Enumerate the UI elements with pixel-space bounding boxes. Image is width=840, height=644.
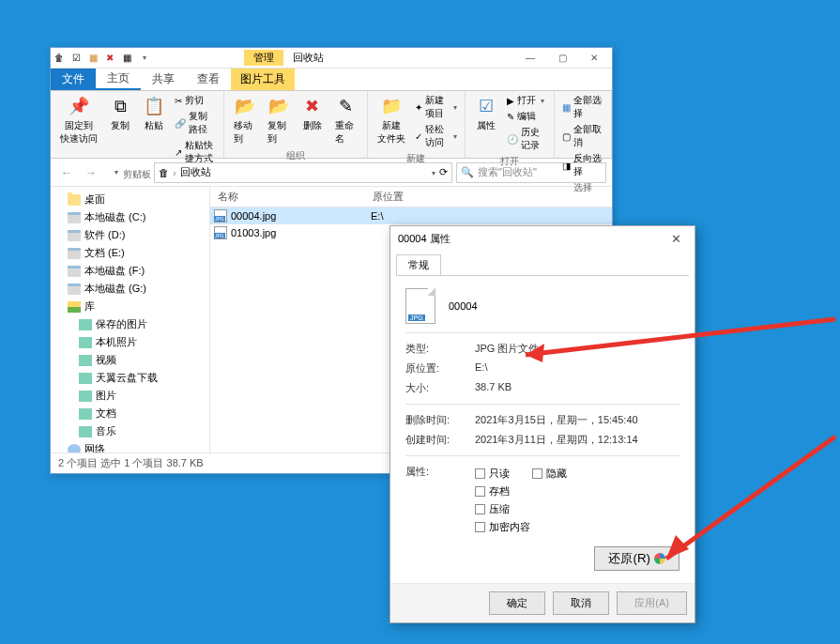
copy-to-button[interactable]: 📂复制到 — [264, 93, 294, 147]
uac-shield-icon — [654, 553, 665, 564]
refresh-button[interactable]: ⟳ — [439, 166, 448, 178]
edit-icon: ✎ — [507, 112, 514, 122]
file-row[interactable]: 00004.jpg E:\ — [210, 207, 612, 224]
nav-desktop[interactable]: 桌面 — [51, 191, 209, 208]
breadcrumb-item[interactable]: 回收站 — [180, 165, 211, 179]
drive-icon — [68, 248, 81, 259]
address-dropdown[interactable] — [430, 166, 435, 178]
new-folder-button[interactable]: 📁新建 文件夹 — [374, 93, 409, 150]
up-button[interactable]: ↑ — [130, 162, 150, 183]
qat-undo-icon[interactable]: ✖ — [103, 52, 116, 65]
nav-libraries[interactable]: 库 — [51, 298, 209, 315]
history-button[interactable]: 🕘历史记录 — [505, 125, 548, 153]
open-button[interactable]: ▶打开 — [505, 93, 548, 108]
properties-button[interactable]: ☑属性 — [471, 93, 501, 153]
readonly-checkbox[interactable]: 只读 — [475, 467, 510, 481]
nav-tianyi[interactable]: 天翼云盘下载 — [51, 369, 209, 387]
easy-access-button[interactable]: ✓轻松访问 — [413, 122, 459, 150]
file-original-location: E:\ — [371, 210, 383, 222]
dialog-title: 00004 属性 — [398, 232, 451, 246]
tab-home[interactable]: 主页 — [96, 69, 141, 90]
nav-edrive[interactable]: 文档 (E:) — [51, 244, 209, 262]
new-item-button[interactable]: ✦新建项目 — [413, 93, 459, 121]
copyto-icon: 📂 — [267, 95, 290, 117]
address-bar[interactable]: 🗑 › 回收站 ⟳ — [154, 162, 452, 183]
nav-saved-pictures[interactable]: 保存的图片 — [51, 315, 209, 333]
rename-button[interactable]: ✎重命名 — [331, 93, 361, 147]
filename-text: 00004 — [449, 300, 478, 312]
pin-quickaccess-button[interactable]: 📌 固定到 快速访问 — [56, 93, 101, 166]
copy-icon: ⧉ — [109, 95, 131, 117]
maximize-button[interactable]: ▢ — [546, 49, 578, 68]
copy-path-button[interactable]: 🔗复制路径 — [173, 109, 218, 137]
drive-icon — [68, 212, 81, 223]
select-none-button[interactable]: ▢全部取消 — [560, 122, 605, 150]
tab-view[interactable]: 查看 — [186, 69, 231, 90]
ribbon-context-tab: 管理 — [244, 50, 283, 66]
nav-gdrive[interactable]: 本地磁盘 (G:) — [51, 280, 209, 298]
archive-checkbox[interactable]: 存档 — [475, 484, 510, 498]
file-name: 00004.jpg — [231, 210, 367, 222]
tab-share[interactable]: 共享 — [141, 69, 186, 90]
edit-button[interactable]: ✎编辑 — [505, 109, 548, 124]
cut-button[interactable]: ✂剪切 — [173, 93, 218, 108]
open-icon: ▶ — [507, 96, 514, 106]
selectnone-icon: ▢ — [562, 131, 571, 142]
back-button[interactable]: ← — [56, 162, 77, 183]
cancel-button[interactable]: 取消 — [553, 591, 609, 615]
window-title: 回收站 — [293, 51, 324, 65]
shortcut-icon: ↗ — [175, 147, 182, 158]
tab-file[interactable]: 文件 — [51, 69, 96, 90]
qat-properties-icon[interactable]: ☑ — [69, 52, 83, 65]
hidden-checkbox[interactable]: 隐藏 — [532, 467, 567, 481]
search-icon: 🔍 — [461, 166, 474, 178]
qat-dropdown-icon[interactable] — [137, 52, 150, 65]
close-button[interactable]: ✕ — [578, 49, 610, 68]
tab-general[interactable]: 常规 — [396, 254, 441, 275]
compressed-checkbox[interactable]: 压缩 — [475, 502, 510, 516]
copy-button[interactable]: ⧉ 复制 — [105, 93, 135, 166]
nav-documents[interactable]: 文档 — [51, 405, 209, 422]
navigation-bar: ← → ↑ 🗑 › 回收站 ⟳ 🔍 搜索"回收站" — [51, 159, 612, 187]
created-time-label: 创建时间: — [405, 433, 475, 447]
nav-music[interactable]: 音乐 — [51, 422, 209, 440]
navigation-pane[interactable]: 桌面 本地磁盘 (C:) 软件 (D:) 文档 (E:) 本地磁盘 (F:) 本… — [51, 187, 210, 452]
nav-pictures[interactable]: 图片 — [51, 387, 209, 405]
nav-camera-roll[interactable]: 本机照片 — [51, 333, 209, 351]
ribbon-tabs: 文件 主页 共享 查看 图片工具 — [51, 69, 612, 91]
qat-new-folder-icon[interactable]: ▦ — [86, 52, 99, 65]
nav-fdrive[interactable]: 本地磁盘 (F:) — [51, 262, 209, 280]
search-input[interactable]: 🔍 搜索"回收站" — [456, 162, 606, 183]
tab-picture-tools[interactable]: 图片工具 — [231, 69, 295, 90]
nav-network[interactable]: 网络 — [51, 440, 209, 452]
qat-redo-icon[interactable]: ▦ — [120, 52, 133, 65]
minimize-button[interactable]: ― — [514, 49, 546, 68]
file-type-icon: JPG — [405, 288, 435, 324]
forward-button[interactable]: → — [81, 162, 101, 183]
network-icon — [68, 444, 81, 453]
column-name[interactable]: 名称 — [210, 187, 365, 207]
encrypted-checkbox[interactable]: 加密内容 — [475, 520, 530, 534]
history-icon: 🕘 — [507, 134, 518, 145]
jpg-file-icon — [214, 226, 227, 239]
nav-videos[interactable]: 视频 — [51, 351, 209, 369]
paste-button[interactable]: 📋 粘贴 — [139, 93, 169, 166]
column-original-location[interactable]: 原位置 — [365, 187, 412, 207]
apply-button[interactable]: 应用(A) — [617, 591, 687, 615]
dialog-close-button[interactable]: ✕ — [664, 232, 687, 246]
nav-ddrive[interactable]: 软件 (D:) — [51, 226, 209, 244]
restore-button[interactable]: 还原(R) — [594, 546, 680, 571]
library-icon — [68, 301, 81, 313]
moveto-icon: 📂 — [234, 95, 256, 117]
deleted-time-label: 删除时间: — [405, 413, 475, 427]
recent-locations-button[interactable] — [105, 162, 126, 183]
ribbon-group-organize: 组织 — [230, 147, 361, 162]
select-all-button[interactable]: ▦全部选择 — [560, 93, 605, 121]
ok-button[interactable]: 确定 — [489, 591, 545, 615]
created-time-value: 2021年3月11日，星期四，12:13:14 — [475, 433, 638, 447]
properties-dialog: 00004 属性 ✕ 常规 JPG 00004 类型:JPG 图片文件 原位置:… — [389, 225, 695, 623]
nav-cdrive[interactable]: 本地磁盘 (C:) — [51, 208, 209, 226]
delete-button[interactable]: ✖删除 — [298, 93, 328, 147]
original-location-value: E:\ — [475, 361, 487, 376]
move-to-button[interactable]: 📂移动到 — [230, 93, 260, 147]
